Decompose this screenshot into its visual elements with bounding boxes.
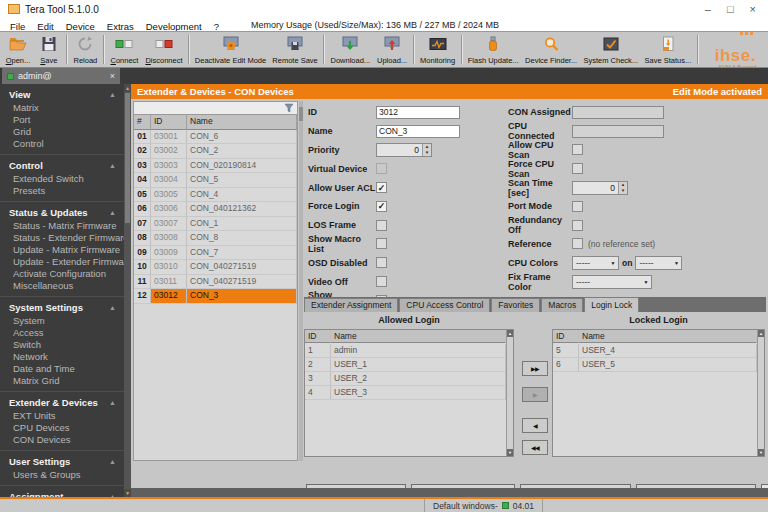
toolbar-button-deactivate-edit-mode[interactable]: Deactivate Edit Mode — [192, 33, 269, 66]
scroll-down-icon[interactable]: ▼ — [507, 449, 513, 456]
sidebar-item-cpu-devices[interactable]: CPU Devices — [0, 422, 124, 434]
reference-checkbox[interactable] — [572, 238, 583, 249]
splitter-handle-icon[interactable] — [299, 107, 303, 121]
device-row-03011[interactable]: 1103011CON_040271519 — [134, 275, 297, 290]
sidebar-item-port[interactable]: Port — [0, 114, 124, 126]
column-header-item[interactable]: # — [134, 115, 151, 130]
sidebar-item-update-matrix-firmware[interactable]: Update - Matrix Firmware — [0, 244, 124, 256]
device-row-03009[interactable]: 0903009CON_7 — [134, 246, 297, 261]
cpu-colors-select-1[interactable]: -----▼ — [572, 256, 619, 270]
sidebar-item-matrix-grid[interactable]: Matrix Grid — [0, 375, 124, 387]
close-icon[interactable]: × — [750, 0, 756, 18]
device-row-03003[interactable]: 0303003CON_020190814 — [134, 159, 297, 174]
panel-splitter[interactable] — [299, 101, 303, 461]
sidebar-section-header-system-settings[interactable]: System Settings▲ — [0, 300, 124, 315]
move-left-button[interactable]: ◀ — [522, 418, 548, 433]
toolbar-button-system-check[interactable]: System Check... — [580, 33, 641, 66]
sidebar-section-header-user-settings[interactable]: User Settings▲ — [0, 454, 124, 469]
sidebar-item-grid[interactable]: Grid — [0, 126, 124, 138]
locked-table-scrollbar[interactable]: ▲▼ — [757, 330, 764, 456]
tab-favorites[interactable]: Favorites — [491, 298, 540, 312]
fix-frame-color-select[interactable]: -----▼ — [572, 275, 652, 289]
menu-development[interactable]: Development — [140, 21, 208, 32]
login-row-user-5[interactable]: 6USER_5 — [553, 358, 757, 372]
sidebar-section-header-control[interactable]: Control▲ — [0, 158, 124, 173]
show-macro-list-checkbox[interactable] — [376, 238, 387, 249]
cpu-connected-input[interactable] — [572, 125, 664, 138]
menu-edit[interactable]: Edit — [31, 21, 59, 32]
sidebar-item-system[interactable]: System — [0, 315, 124, 327]
device-row-03002[interactable]: 0203002CON_2 — [134, 144, 297, 159]
cpu-colors-select-2[interactable]: -----▼ — [635, 256, 682, 270]
priority-spinner[interactable]: 0▲▼ — [376, 143, 432, 157]
sidebar-item-network[interactable]: Network — [0, 351, 124, 363]
toolbar-button-save-status[interactable]: Save Status... — [641, 33, 694, 66]
login-row-user-1[interactable]: 2USER_1 — [305, 358, 506, 372]
allowed-table-scrollbar[interactable]: ▲▼ — [506, 330, 513, 456]
virtual-device-checkbox[interactable] — [376, 163, 387, 174]
toolbar-button-download[interactable]: Download... — [327, 33, 373, 66]
scroll-up-icon[interactable]: ▲ — [507, 330, 513, 337]
device-row-03008[interactable]: 0803008CON_8 — [134, 231, 297, 246]
sidebar-item-presets[interactable]: Presets — [0, 185, 124, 197]
column-header-id[interactable]: ID — [151, 115, 187, 130]
redundancy-off-checkbox[interactable] — [572, 220, 583, 231]
sidebar-item-switch[interactable]: Switch — [0, 339, 124, 351]
device-row-03005[interactable]: 0503005CON_4 — [134, 188, 297, 203]
move-all-left-button[interactable]: ◀◀ — [522, 440, 548, 455]
menu-file[interactable]: File — [4, 21, 31, 32]
device-row-03006[interactable]: 0603006CON_040121362 — [134, 202, 297, 217]
sidebar-item-extended-switch[interactable]: Extended Switch — [0, 173, 124, 185]
menu-item[interactable]: ? — [208, 21, 225, 32]
move-all-right-button[interactable]: ▶▶ — [522, 361, 548, 376]
sidebar-section-header-assignment[interactable]: Assignment▲ — [0, 489, 124, 497]
sidebar-section-header-view[interactable]: View▲ — [0, 87, 124, 102]
sidebar-item-access[interactable]: Access — [0, 327, 124, 339]
table-filter-row[interactable] — [134, 102, 297, 115]
sidebar-item-matrix[interactable]: Matrix — [0, 102, 124, 114]
login-row-user-3[interactable]: 4USER_3 — [305, 386, 506, 400]
tab-login-lock[interactable]: Login Lock — [584, 297, 639, 312]
toolbar-button-flash-update[interactable]: Flash Update... — [465, 33, 522, 66]
device-row-03012[interactable]: 1203012CON_3 — [134, 289, 297, 304]
video-off-checkbox[interactable] — [376, 276, 387, 287]
scroll-up-icon[interactable]: ▲ — [124, 84, 131, 92]
sidebar-item-con-devices[interactable]: CON Devices — [0, 434, 124, 446]
tab-macros[interactable]: Macros — [541, 298, 583, 312]
toolbar-button-connect[interactable]: Connect — [107, 33, 142, 66]
spinner-down-icon[interactable]: ▼ — [423, 150, 431, 156]
tab-cpu-access-control[interactable]: CPU Access Control — [399, 298, 490, 312]
toolbar-button-disconnect[interactable]: Disconnect — [142, 33, 186, 66]
sidebar-item-ext-units[interactable]: EXT Units — [0, 410, 124, 422]
close-tab-icon[interactable]: × — [110, 71, 115, 81]
osd-disabled-checkbox[interactable] — [376, 257, 387, 268]
allow-user-acl-checkbox[interactable]: ✓ — [376, 182, 387, 193]
login-row-user-4[interactable]: 5USER_4 — [553, 344, 757, 358]
scroll-down-icon[interactable]: ▼ — [758, 449, 764, 456]
scroll-down-icon[interactable]: ▼ — [124, 489, 131, 497]
device-row-03004[interactable]: 0403004CON_5 — [134, 173, 297, 188]
spinner-down-icon[interactable]: ▼ — [619, 188, 627, 194]
con-assigned-input[interactable] — [572, 106, 664, 119]
menu-device[interactable]: Device — [60, 21, 101, 32]
toolbar-button-open[interactable]: Open... — [2, 33, 34, 66]
spinner-arrows[interactable]: ▲▼ — [422, 144, 431, 156]
device-row-03007[interactable]: 0703007CON_1 — [134, 217, 297, 232]
toolbar-button-monitoring[interactable]: Monitoring — [417, 33, 459, 66]
device-row-03010[interactable]: 1003010CON_040271519 — [134, 260, 297, 275]
sidebar-item-users-groups[interactable]: Users & Groups — [0, 469, 124, 481]
sidebar-item-miscellaneous[interactable]: Miscellaneous — [0, 280, 124, 292]
sidebar-item-control[interactable]: Control — [0, 138, 124, 150]
force-cpu-scan-checkbox[interactable] — [572, 163, 583, 174]
toolbar-button-device-finder[interactable]: Device Finder... — [522, 33, 581, 66]
toolbar-button-save[interactable]: Save — [34, 33, 64, 66]
sidebar-scrollbar-thumb[interactable] — [125, 93, 130, 223]
toolbar-button-reload[interactable]: Reload — [70, 33, 101, 66]
minimize-icon[interactable]: – — [705, 0, 711, 18]
menu-extras[interactable]: Extras — [101, 21, 140, 32]
filter-icon[interactable] — [284, 103, 294, 113]
allow-cpu-scan-checkbox[interactable] — [572, 144, 583, 155]
sidebar-item-activate-configuration[interactable]: Activate Configuration — [0, 268, 124, 280]
move-right-button[interactable]: ▶ — [522, 387, 548, 402]
sidebar-section-header-extender-devices[interactable]: Extender & Devices▲ — [0, 395, 124, 410]
